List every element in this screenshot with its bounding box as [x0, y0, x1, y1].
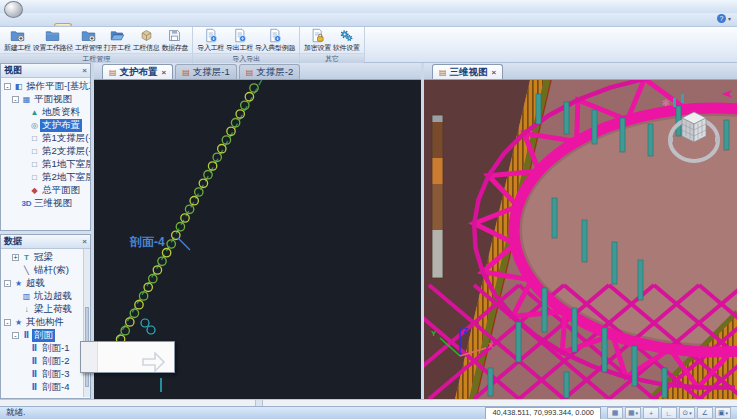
ribbon-tab[interactable]	[104, 24, 120, 26]
ribbon-tab[interactable]	[54, 23, 72, 26]
view-tree: - ◧ 操作平面-[基坑工程 - ▦ 平面视图 ▲ 地质资料	[1, 78, 90, 210]
tab-close-icon[interactable]: ×	[492, 68, 497, 77]
dropdown-caret-icon[interactable]: ▾	[726, 410, 729, 416]
tree-item-icon: 3D	[21, 199, 32, 208]
tree-item-label: 平面视图	[32, 93, 74, 106]
data-panel-close-icon[interactable]: ×	[82, 237, 87, 246]
angle-snap-icon[interactable]: ∠	[697, 407, 713, 419]
tree-item[interactable]: Ⅱ 剖面-3	[1, 368, 90, 381]
document-tab[interactable]: ▤ 支撑层-2	[239, 64, 301, 79]
tree-item-label: 第2支撑层(-7.2	[40, 145, 90, 158]
document-tab[interactable]: ▤ 支护布置 ×	[102, 64, 173, 79]
ribbon-button-label: 设置工作路径	[33, 43, 73, 53]
snap-add-icon[interactable]: +	[643, 407, 659, 419]
data-panel-scrollbar[interactable]	[83, 249, 90, 397]
expander-icon[interactable]: +	[12, 254, 19, 261]
tree-item[interactable]: ▥ 坑边超载	[1, 290, 90, 303]
ribbon-tab[interactable]	[72, 24, 88, 26]
section-label-leader	[178, 238, 190, 250]
grid-style-icon[interactable]: ▦ ▾	[625, 407, 641, 419]
ribbon-button[interactable]: 数据存盘	[160, 28, 189, 53]
ribbon-tab[interactable]	[120, 24, 136, 26]
ribbon-button[interactable]: 导入工程	[196, 28, 225, 53]
three-d-pane: ▤ 三维视图 ×	[424, 63, 737, 399]
ribbon-button[interactable]: 导入典型例题	[254, 28, 296, 53]
ribbon-button[interactable]: 加密设置	[303, 28, 332, 53]
ribbon-tab[interactable]	[88, 24, 104, 26]
tree-item[interactable]: □ 第1支撑层(-1.5	[1, 132, 90, 145]
disk-icon	[167, 28, 182, 43]
marker-circle	[141, 319, 149, 327]
document-icon: ▤	[439, 68, 447, 77]
ribbon-button[interactable]: 工程信息	[132, 28, 161, 53]
tree-item-icon: ★	[13, 318, 24, 327]
ribbon-button[interactable]: 设置工作路径	[32, 28, 74, 53]
tree-item[interactable]: □ 第2地下室层(-	[1, 171, 90, 184]
tree-item[interactable]: ↓ 梁上荷载	[1, 303, 90, 316]
grid-icon[interactable]: ▦	[607, 407, 623, 419]
help-control[interactable]: ? ▾	[717, 14, 731, 23]
x-axis-label: X	[488, 341, 494, 350]
object-snap-icon[interactable]: ▣ ▾	[715, 407, 731, 419]
horizontal-scrollbar[interactable]	[0, 399, 737, 406]
ortho-icon[interactable]: ∟	[661, 407, 677, 419]
column-top	[673, 98, 676, 107]
tab-close-icon[interactable]: ×	[162, 68, 167, 77]
tree-item[interactable]: Ⅱ 剖面-2	[1, 355, 90, 368]
view-panel-close-icon[interactable]: ×	[82, 66, 87, 75]
data-panel: 数据 × + T 冠梁 ╲ 锚杆(索) - ★	[0, 234, 91, 399]
tree-item-label: 第1地下室层(-	[40, 158, 90, 171]
tree-item[interactable]: ◆ 总平面图	[1, 184, 90, 197]
tree-item[interactable]: □ 第1地下室层(-	[1, 158, 90, 171]
dropdown-caret-icon[interactable]: ▾	[689, 410, 692, 416]
ribbon-group: 新建工程 设置工作路径 工程管理 打开工程	[0, 27, 193, 62]
tree-item-icon: ▥	[21, 292, 32, 301]
tree-item[interactable]: - ★ 超载	[1, 277, 90, 290]
tree-item[interactable]: Ⅱ 剖面-1	[1, 342, 90, 355]
ribbon-button[interactable]: 新建工程	[3, 28, 32, 53]
app-logo-icon[interactable]	[4, 1, 23, 18]
document-tab[interactable]: ▤ 三维视图 ×	[432, 64, 503, 79]
tree-item[interactable]: Ⅱ 剖面-4	[1, 381, 90, 394]
tree-item[interactable]: □ 第2支撑层(-7.2	[1, 145, 90, 158]
tree-item-label: 三维视图	[32, 197, 74, 210]
tree-item[interactable]: ▲ 地质资料	[1, 106, 90, 119]
tree-item-label: 其他构件	[24, 316, 66, 329]
nav-star-icon[interactable]: ✻	[662, 98, 670, 108]
tree-item[interactable]: + T 冠梁	[1, 251, 90, 264]
three-d-canvas[interactable]: ✻ Z Y X	[424, 80, 737, 399]
expander-icon[interactable]: -	[4, 319, 11, 326]
ribbon-group-label: 其它	[300, 53, 364, 63]
folder-plus-icon	[81, 28, 96, 43]
expander-icon[interactable]: -	[12, 332, 19, 339]
borehole-pile	[432, 115, 443, 278]
ribbon-tab[interactable]	[136, 24, 152, 26]
tree-item[interactable]: ◎ 支护布置	[1, 119, 90, 132]
tree-item-label: 剖面-2	[40, 355, 71, 368]
tree-item-icon: ◆	[29, 186, 40, 195]
tree-item[interactable]: - ◧ 操作平面-[基坑工程	[1, 80, 90, 93]
expander-icon[interactable]: -	[4, 280, 11, 287]
dropdown-caret-icon[interactable]: ▾	[636, 410, 639, 416]
document-tab[interactable]: ▤ 支撑层-1	[175, 64, 237, 79]
mouse-cursor	[142, 352, 166, 376]
ribbon-button[interactable]: 工程管理	[74, 28, 103, 53]
ribbon-button[interactable]: 软件设置	[332, 28, 361, 53]
ribbon-button[interactable]: 打开工程	[103, 28, 132, 53]
status-button-icon: ▣	[718, 409, 725, 417]
expander-icon[interactable]: -	[12, 96, 19, 103]
status-button-icon: ∠	[702, 409, 708, 417]
marker-circle	[147, 326, 155, 334]
plan-tabbar: ▤ 支护布置 × ▤ 支撑层-1 ▤ 支撑层-2	[94, 63, 421, 80]
polar-track-icon[interactable]: ⊙ ▾	[679, 407, 695, 419]
tree-item[interactable]: ╲ 锚杆(索)	[1, 264, 90, 277]
help-icon[interactable]: ?	[717, 14, 726, 23]
tree-item-label: 总平面图	[40, 184, 82, 197]
tree-item[interactable]: - ▦ 平面视图	[1, 93, 90, 106]
tree-item[interactable]: - ★ 其他构件	[1, 316, 90, 329]
help-dropdown-icon[interactable]: ▾	[728, 15, 731, 22]
expander-icon[interactable]: -	[4, 83, 11, 90]
tree-item[interactable]: - Ⅱ 剖面	[1, 329, 90, 342]
ribbon-button[interactable]: 导出工程	[225, 28, 254, 53]
tree-item[interactable]: 3D 三维视图	[1, 197, 90, 210]
